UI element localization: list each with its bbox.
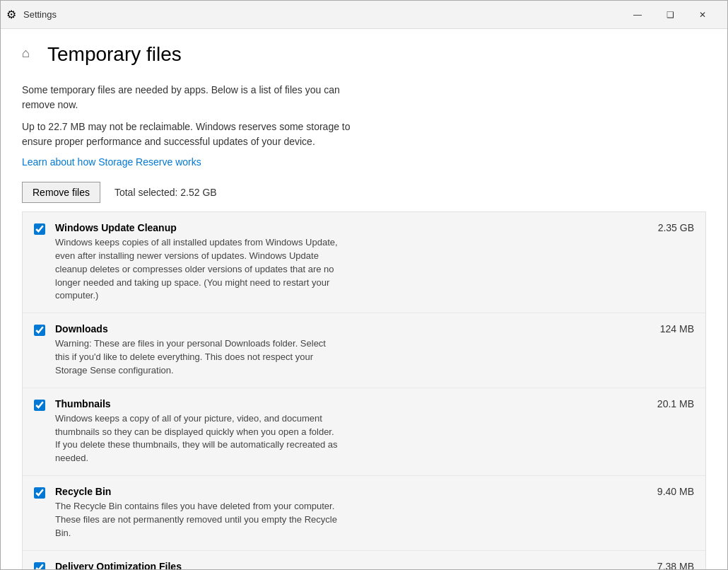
- title-bar: ⚙ Settings — ❑ ✕: [1, 1, 727, 29]
- file-info-4: Delivery Optimization Files 7.38 MB Deli…: [55, 561, 694, 569]
- back-button[interactable]: ⌂: [22, 45, 37, 64]
- storage-note-text: Up to 22.7 MB may not be reclaimable. Wi…: [22, 120, 368, 149]
- maximize-button[interactable]: ❑: [654, 4, 686, 26]
- file-size-3: 9.40 MB: [657, 486, 694, 497]
- file-checkbox-1[interactable]: [34, 325, 45, 336]
- file-desc-1: Warning: These are files in your persona…: [55, 337, 338, 378]
- file-list: Windows Update Cleanup 2.35 GB Windows k…: [22, 211, 706, 569]
- file-item: Downloads 124 MB Warning: These are file…: [23, 313, 705, 388]
- main-content: ⌂ Temporary files Some temporary files a…: [1, 29, 727, 569]
- file-checkbox-2[interactable]: [34, 400, 45, 411]
- page-title: Temporary files: [47, 43, 182, 66]
- file-desc-2: Windows keeps a copy of all of your pict…: [55, 412, 338, 465]
- minimize-button[interactable]: —: [621, 4, 654, 26]
- content-area: ⌂ Temporary files Some temporary files a…: [1, 29, 727, 569]
- file-name-3: Recycle Bin: [55, 486, 111, 497]
- file-header-4: Delivery Optimization Files 7.38 MB: [55, 561, 694, 569]
- file-item: Thumbnails 20.1 MB Windows keeps a copy …: [23, 388, 705, 476]
- app-window: ⚙ Settings — ❑ ✕ ⌂ Temporary files Some: [0, 0, 728, 570]
- file-name-2: Thumbnails: [55, 398, 111, 409]
- file-info-3: Recycle Bin 9.40 MB The Recycle Bin cont…: [55, 486, 694, 540]
- file-checkbox-wrap: [34, 223, 45, 237]
- file-info-2: Thumbnails 20.1 MB Windows keeps a copy …: [55, 398, 694, 465]
- window-title: Settings: [23, 9, 57, 20]
- page-header: ⌂ Temporary files: [22, 43, 706, 66]
- remove-files-button[interactable]: Remove files: [22, 182, 100, 203]
- file-checkbox-wrap: [34, 562, 45, 569]
- file-desc-3: The Recycle Bin contains files you have …: [55, 500, 338, 540]
- file-item: Recycle Bin 9.40 MB The Recycle Bin cont…: [23, 476, 705, 551]
- file-checkbox-3[interactable]: [34, 487, 45, 499]
- action-bar: Remove files Total selected: 2.52 GB: [22, 182, 706, 203]
- file-info-1: Downloads 124 MB Warning: These are file…: [55, 323, 694, 378]
- file-size-1: 124 MB: [660, 323, 694, 335]
- file-size-0: 2.35 GB: [658, 222, 694, 233]
- file-checkbox-wrap: [34, 325, 45, 338]
- file-name-1: Downloads: [55, 323, 108, 335]
- app-icon: ⚙: [6, 8, 16, 21]
- title-bar-left: ⚙ Settings: [6, 8, 57, 21]
- close-button[interactable]: ✕: [686, 4, 719, 26]
- description-text-1: Some temporary files are needed by apps.…: [22, 83, 368, 112]
- storage-reserve-link[interactable]: Learn about how Storage Reserve works: [22, 156, 201, 168]
- file-item: Windows Update Cleanup 2.35 GB Windows k…: [23, 212, 705, 313]
- file-info-0: Windows Update Cleanup 2.35 GB Windows k…: [55, 222, 694, 303]
- file-name-4: Delivery Optimization Files: [55, 561, 182, 569]
- window-controls: — ❑ ✕: [621, 4, 719, 26]
- file-desc-0: Windows keeps copies of all installed up…: [55, 236, 338, 303]
- file-header-3: Recycle Bin 9.40 MB: [55, 486, 694, 497]
- file-size-2: 20.1 MB: [657, 398, 694, 409]
- file-name-0: Windows Update Cleanup: [55, 222, 177, 233]
- file-item: Delivery Optimization Files 7.38 MB Deli…: [23, 551, 705, 569]
- file-header-0: Windows Update Cleanup 2.35 GB: [55, 222, 694, 233]
- file-checkbox-4[interactable]: [34, 562, 45, 569]
- file-header-1: Downloads 124 MB: [55, 323, 694, 335]
- file-size-4: 7.38 MB: [657, 561, 694, 569]
- file-checkbox-wrap: [34, 487, 45, 501]
- file-checkbox-wrap: [34, 400, 45, 413]
- file-header-2: Thumbnails 20.1 MB: [55, 398, 694, 409]
- file-checkbox-0[interactable]: [34, 223, 45, 235]
- svg-text:⌂: ⌂: [22, 46, 30, 60]
- total-selected-label: Total selected: 2.52 GB: [115, 187, 217, 198]
